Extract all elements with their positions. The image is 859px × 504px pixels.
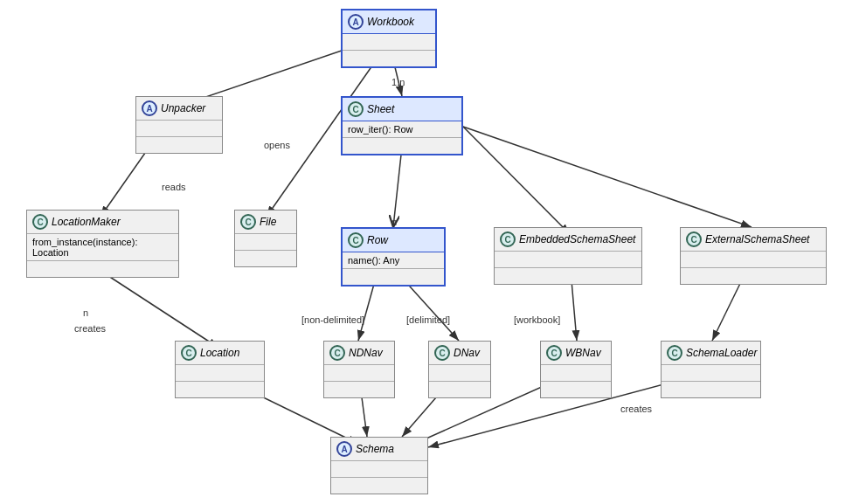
body-embeddedschemasheet xyxy=(495,252,641,267)
badge-workbook: A xyxy=(348,14,364,30)
svg-line-12 xyxy=(402,278,459,341)
box-workbook: A Workbook xyxy=(341,9,437,68)
badge-embeddedschemasheet: C xyxy=(500,231,516,247)
header-embeddedschemasheet: C EmbeddedSchemaSheet xyxy=(495,228,641,252)
badge-unpacker: A xyxy=(142,100,157,116)
header-row: C Row xyxy=(343,229,444,252)
label-non-delimited: [non-delimited] xyxy=(301,314,364,325)
body-wbnav xyxy=(541,365,611,381)
body2-unpacker xyxy=(136,137,222,153)
header-file: C File xyxy=(235,211,296,234)
body2-externalschemasheet xyxy=(681,268,826,284)
body2-row xyxy=(343,269,444,285)
body-locationmaker: from_instance(instance): Location xyxy=(27,234,178,260)
label-wbnav: WBNav xyxy=(565,347,601,359)
body2-schemaloader xyxy=(662,382,760,397)
svg-line-7 xyxy=(393,147,402,227)
label-sheet: Sheet xyxy=(367,103,394,115)
label-creates-schema: creates xyxy=(620,404,652,414)
body2-ndnav xyxy=(324,382,394,397)
svg-line-8 xyxy=(463,127,570,234)
label-1n: 1:n xyxy=(391,77,405,87)
box-dnav: C DNav xyxy=(428,341,491,398)
body2-locationmaker xyxy=(27,261,178,277)
box-sheet: C Sheet row_iter(): Row xyxy=(341,96,463,155)
box-wbnav: C WBNav xyxy=(540,341,612,398)
label-externalschemasheet: ExternalSchemaSheet xyxy=(705,233,809,245)
badge-ndnav: C xyxy=(329,345,345,361)
diagram: A Workbook A Unpacker C Sheet row_iter()… xyxy=(0,0,859,504)
label-workbook: [workbook] xyxy=(514,314,560,325)
body-externalschemasheet xyxy=(681,252,826,267)
body-ndnav xyxy=(324,365,394,381)
body-unpacker xyxy=(136,121,222,136)
label-file: File xyxy=(260,216,276,228)
box-schema: A Schema xyxy=(330,437,428,494)
label-dnav: DNav xyxy=(454,347,480,359)
header-schemaloader: C SchemaLoader xyxy=(662,342,760,365)
body2-location xyxy=(176,382,264,397)
label-workbook: Workbook xyxy=(367,16,414,28)
label-schema: Schema xyxy=(356,443,394,455)
header-ndnav: C NDNav xyxy=(324,342,394,365)
svg-line-11 xyxy=(358,278,376,341)
body2-dnav xyxy=(429,382,490,397)
label-creates-location: creates xyxy=(74,323,106,334)
body2-file xyxy=(235,251,296,266)
body-row: name(): Any xyxy=(343,252,444,268)
badge-sheet: C xyxy=(348,101,364,117)
label-delimited: [delimited] xyxy=(406,314,450,325)
label-reads: reads xyxy=(162,182,186,192)
label-unpacker: Unpacker xyxy=(161,102,205,114)
body-workbook xyxy=(343,34,435,50)
label-n-row: n xyxy=(391,217,397,227)
body-schema xyxy=(331,461,427,477)
header-externalschemasheet: C ExternalSchemaSheet xyxy=(681,228,826,252)
badge-schema: A xyxy=(336,441,352,457)
header-unpacker: A Unpacker xyxy=(136,97,222,121)
body-dnav xyxy=(429,365,490,381)
box-externalschemasheet: C ExternalSchemaSheet xyxy=(680,227,827,285)
box-locationmaker: C LocationMaker from_instance(instance):… xyxy=(26,210,179,278)
body2-sheet xyxy=(343,138,461,154)
body2-embeddedschemasheet xyxy=(495,268,641,284)
badge-schemaloader: C xyxy=(667,345,682,361)
box-ndnav: C NDNav xyxy=(323,341,395,398)
label-ndnav: NDNav xyxy=(349,347,383,359)
body-location xyxy=(176,365,264,381)
badge-externalschemasheet: C xyxy=(686,231,702,247)
header-location: C Location xyxy=(176,342,264,365)
label-row: Row xyxy=(367,234,388,246)
body-sheet: row_iter(): Row xyxy=(343,121,461,137)
box-unpacker: A Unpacker xyxy=(135,96,223,154)
label-n-creates: n xyxy=(83,307,88,318)
header-schema: A Schema xyxy=(331,438,427,461)
box-embeddedschemasheet: C EmbeddedSchemaSheet xyxy=(494,227,642,285)
body2-schema xyxy=(331,478,427,494)
box-file: C File xyxy=(234,210,297,267)
header-wbnav: C WBNav xyxy=(541,342,611,365)
header-dnav: C DNav xyxy=(429,342,490,365)
box-schemaloader: C SchemaLoader xyxy=(661,341,761,398)
svg-line-9 xyxy=(463,127,752,227)
badge-row: C xyxy=(348,232,364,248)
label-opens: opens xyxy=(264,140,290,150)
body-file xyxy=(235,234,296,250)
body2-wbnav xyxy=(541,382,611,397)
badge-locationmaker: C xyxy=(32,214,48,230)
label-embeddedschemasheet: EmbeddedSchemaSheet xyxy=(519,233,635,245)
box-row: C Row name(): Any xyxy=(341,227,446,287)
header-sheet: C Sheet xyxy=(343,98,461,121)
badge-file: C xyxy=(240,214,256,230)
header-locationmaker: C LocationMaker xyxy=(27,211,178,234)
label-location: Location xyxy=(200,347,239,359)
label-locationmaker: LocationMaker xyxy=(52,216,121,228)
badge-dnav: C xyxy=(434,345,450,361)
body2-workbook xyxy=(343,51,435,66)
header-workbook: A Workbook xyxy=(343,10,435,34)
label-schemaloader: SchemaLoader xyxy=(686,347,757,359)
box-location: C Location xyxy=(175,341,265,398)
badge-wbnav: C xyxy=(546,345,562,361)
svg-line-10 xyxy=(100,271,218,348)
body-schemaloader xyxy=(662,365,760,381)
